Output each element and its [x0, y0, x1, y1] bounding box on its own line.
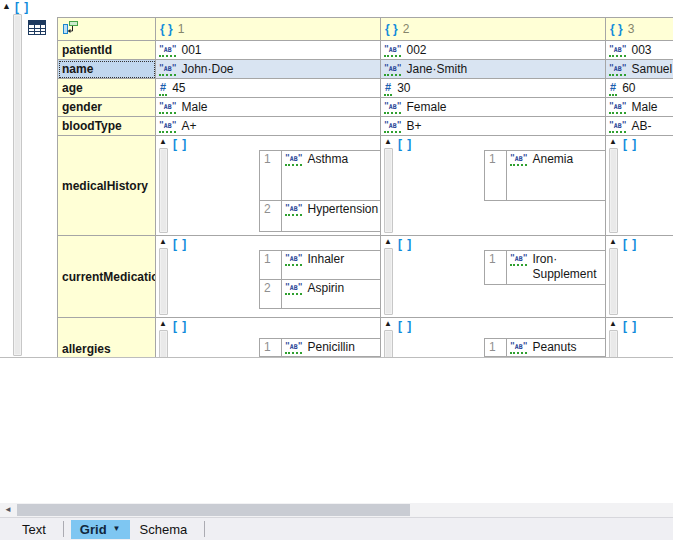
string-type-icon: AB — [159, 65, 176, 76]
horizontal-scrollbar[interactable]: ◄ — [0, 503, 673, 517]
scrollbar-thumb[interactable] — [17, 504, 410, 516]
row-key-cell[interactable]: currentMedication — [58, 236, 156, 318]
array-index-cell[interactable]: 1 — [485, 151, 507, 201]
array-gutter: ▲ — [159, 320, 168, 358]
column-header[interactable]: { }1 — [156, 18, 381, 41]
grid-row: currentMedication▲[ ]1ABInhaler2ABAspiri… — [58, 236, 673, 318]
collapse-strip[interactable] — [384, 148, 393, 233]
array-index-cell[interactable]: 2 — [260, 280, 282, 309]
string-type-icon: AB — [384, 46, 401, 57]
array-header: [ ] — [398, 136, 605, 150]
value-cell[interactable]: ABA+ — [156, 117, 381, 136]
tab-text[interactable]: Text — [12, 520, 56, 539]
collapse-strip[interactable] — [384, 330, 393, 358]
cell-value: 30 — [397, 81, 410, 96]
collapse-strip[interactable] — [384, 248, 393, 315]
nested-array-table: 1ABAsthma2ABHypertension — [259, 150, 381, 232]
collapse-triangle-icon[interactable]: ▲ — [159, 319, 167, 328]
value-cell[interactable]: ABSamuel·​ — [606, 60, 673, 79]
array-index-cell[interactable]: 1 — [260, 251, 282, 280]
value-cell[interactable]: ABJohn·​Doe — [156, 60, 381, 79]
nested-array-row: 1ABAsthma — [260, 151, 381, 201]
value-cell[interactable]: ABMale — [606, 98, 673, 117]
array-item-cell[interactable]: ABIron·​Supplement — [507, 251, 606, 285]
transpose-icon[interactable] — [62, 20, 79, 35]
value-cell[interactable]: ABMale — [156, 98, 381, 117]
row-key-cell[interactable]: bloodType — [58, 117, 156, 136]
array-cell[interactable]: ▲[ ]1ABAnemia — [381, 136, 606, 236]
array-item-cell[interactable]: ABAnemia — [507, 151, 606, 201]
string-type-icon: AB — [285, 155, 302, 166]
array-cell[interactable]: ▲[ ]1ABInhaler2ABAspirin — [156, 236, 381, 318]
row-key-cell[interactable]: medicalHistory — [58, 136, 156, 236]
row-key-cell[interactable]: patientId — [58, 41, 156, 60]
column-header[interactable]: { }3 — [606, 18, 673, 41]
collapse-triangle-icon[interactable]: ▲ — [159, 237, 167, 246]
array-cell[interactable]: ▲[ ]1ABPeanuts — [381, 318, 606, 359]
array-item-cell[interactable]: ABPenicillin — [282, 339, 381, 357]
collapse-triangle-icon[interactable]: ▲ — [159, 137, 167, 146]
row-key-cell[interactable]: gender — [58, 98, 156, 117]
tab-grid[interactable]: Grid ▼ — [71, 520, 130, 539]
array-index-cell[interactable]: 1 — [485, 251, 507, 285]
value-cell[interactable]: AB002 — [381, 41, 606, 60]
array-type-icon: [ ] — [398, 319, 412, 333]
collapse-triangle-icon[interactable]: ▲ — [609, 137, 617, 146]
array-cell[interactable]: ▲[ ]1ABAsthma2ABHypertension — [156, 136, 381, 236]
array-gutter: ▲ — [609, 238, 618, 315]
array-index-cell[interactable]: 1 — [260, 339, 282, 357]
value-cell[interactable]: ABB+ — [381, 117, 606, 136]
array-index-cell[interactable]: 1 — [485, 339, 507, 357]
collapse-strip[interactable] — [159, 248, 168, 315]
array-item-cell[interactable]: ABAspirin — [282, 280, 381, 309]
collapse-triangle-icon[interactable]: ▲ — [384, 319, 392, 328]
array-item-cell[interactable]: ABPeanuts — [507, 339, 606, 357]
grid-corner-cell[interactable] — [58, 18, 156, 41]
value-cell[interactable]: ABFemale — [381, 98, 606, 117]
array-cell[interactable]: ▲[ ] — [606, 136, 673, 236]
array-item-cell[interactable]: ABAsthma — [282, 151, 381, 201]
tab-schema[interactable]: Schema — [130, 520, 198, 539]
string-type-icon: AB — [510, 343, 527, 354]
array-index-cell[interactable]: 2 — [260, 201, 282, 232]
value-cell[interactable]: #45 — [156, 79, 381, 98]
array-index-cell[interactable]: 1 — [260, 151, 282, 201]
collapse-triangle-icon[interactable]: ▲ — [384, 237, 392, 246]
collapse-strip[interactable] — [159, 148, 168, 233]
array-cell[interactable]: ▲[ ]1ABPenicillin — [156, 318, 381, 359]
array-type-icon: [ ] — [398, 137, 412, 151]
collapse-strip[interactable] — [609, 330, 618, 358]
string-type-icon: AB — [285, 255, 302, 266]
row-key-cell[interactable]: age — [58, 79, 156, 98]
array-cell[interactable]: ▲[ ]1ABIron·​Supplement — [381, 236, 606, 318]
root-collapse-triangle-icon[interactable]: ▲ — [2, 1, 11, 11]
array-item-cell[interactable]: ABInhaler — [282, 251, 381, 280]
collapse-triangle-icon[interactable]: ▲ — [384, 137, 392, 146]
array-cell[interactable]: ▲[ ] — [606, 318, 673, 359]
collapse-strip[interactable] — [609, 148, 618, 233]
array-item-cell[interactable]: ABHypertension — [282, 201, 381, 232]
value-cell[interactable]: #30 — [381, 79, 606, 98]
collapse-triangle-icon[interactable]: ▲ — [609, 319, 617, 328]
grid-viewport: { }1{ }2{ }3patientIdAB001AB002AB003name… — [57, 17, 673, 358]
column-header[interactable]: { }2 — [381, 18, 606, 41]
root-collapse-strip[interactable] — [13, 14, 22, 356]
value-cell[interactable]: #60 — [606, 79, 673, 98]
value-cell[interactable]: ABJane·​Smith — [381, 60, 606, 79]
view-tab-bar: Text Grid ▼ Schema — [0, 517, 673, 540]
object-icon: { } — [160, 22, 173, 36]
row-key-cell[interactable]: name — [58, 60, 156, 79]
dropdown-arrow-icon[interactable]: ▼ — [113, 525, 121, 533]
scroll-left-arrow-icon[interactable]: ◄ — [0, 503, 16, 517]
value-cell[interactable]: AB003 — [606, 41, 673, 60]
value-cell[interactable]: AB001 — [156, 41, 381, 60]
row-key-cell[interactable]: allergies — [58, 318, 156, 359]
cell-value: John·​Doe — [181, 62, 233, 77]
collapse-strip[interactable] — [609, 248, 618, 315]
array-cell[interactable]: ▲[ ] — [606, 236, 673, 318]
value-cell[interactable]: ABAB- — [606, 117, 673, 136]
collapse-strip[interactable] — [159, 330, 168, 358]
string-type-icon: AB — [609, 122, 626, 133]
collapse-triangle-icon[interactable]: ▲ — [609, 237, 617, 246]
nested-array-row: 2ABHypertension — [260, 201, 381, 232]
